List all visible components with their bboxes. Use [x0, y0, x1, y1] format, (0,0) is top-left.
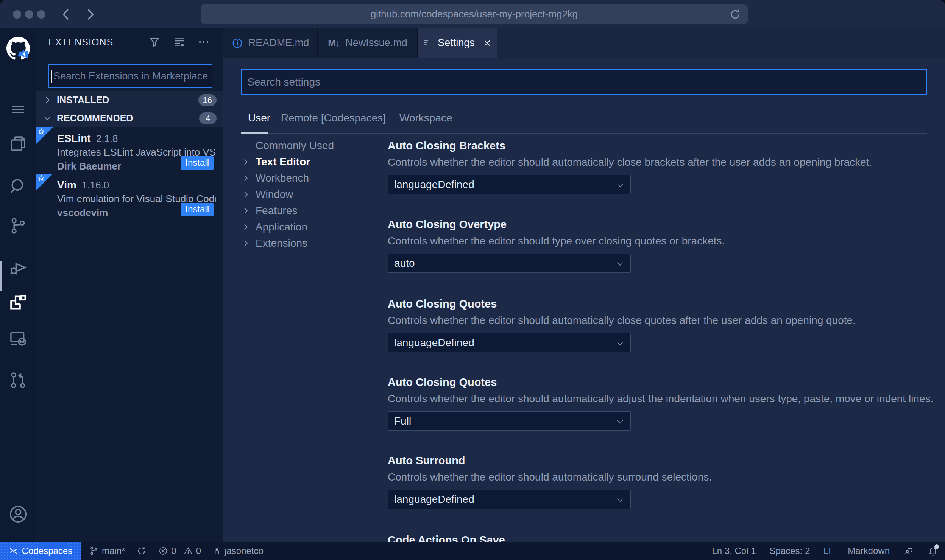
- setting-dropdown[interactable]: languageDefined: [388, 490, 631, 509]
- user-status[interactable]: jasonetco: [212, 546, 264, 556]
- cursor-position[interactable]: Ln 3, Col 1: [712, 546, 756, 556]
- warning-count: 0: [196, 546, 201, 556]
- toc-extensions[interactable]: Extensions: [241, 235, 381, 251]
- extension-item-eslint[interactable]: ESLint2.1.8 Integrates ESLint JavaScript…: [36, 127, 223, 173]
- setting-dropdown[interactable]: languageDefined: [388, 333, 631, 352]
- explorer-icon[interactable]: [0, 131, 36, 156]
- search-icon[interactable]: [0, 174, 36, 199]
- source-control-icon[interactable]: [0, 214, 36, 238]
- eol-sequence[interactable]: LF: [823, 546, 834, 556]
- activity-bar: [0, 28, 36, 542]
- section-installed[interactable]: INSTALLED 16: [36, 91, 223, 109]
- setting-dropdown[interactable]: languageDefined: [388, 175, 631, 194]
- scope-tab-workspace[interactable]: Workspace: [399, 106, 452, 130]
- tab-label: NewIssue.md: [345, 37, 407, 49]
- setting-auto-surround: Auto Surround Controls whether the edito…: [388, 454, 929, 467]
- chevron-right-icon: [241, 157, 256, 166]
- extension-name: ESLint2.1.8: [57, 132, 118, 145]
- more-actions-icon[interactable]: [195, 34, 212, 50]
- branch-name: main*: [102, 546, 125, 556]
- extension-version: 2.1.8: [96, 133, 118, 144]
- account-icon[interactable]: [0, 502, 36, 526]
- install-button[interactable]: Install: [181, 156, 214, 170]
- chevron-down-icon: [615, 259, 625, 269]
- extensions-search-input[interactable]: [49, 65, 212, 87]
- setting-dropdown[interactable]: auto: [388, 254, 631, 273]
- editor-area: README.md M↓ NewIssue.md Settings User: [223, 28, 945, 542]
- setting-description: Controls whether the editor should autom…: [388, 314, 856, 327]
- markdown-icon: M↓: [328, 38, 340, 48]
- settings-search-box[interactable]: [241, 69, 927, 95]
- feedback-icon[interactable]: [903, 546, 914, 556]
- scope-tab-user[interactable]: User: [248, 106, 270, 130]
- clear-list-icon[interactable]: [171, 34, 188, 50]
- close-icon[interactable]: [482, 38, 492, 48]
- dropdown-value: languageDefined: [394, 179, 474, 191]
- error-count: 0: [171, 546, 176, 556]
- toc-features[interactable]: Features: [241, 202, 381, 219]
- language-mode[interactable]: Markdown: [848, 546, 890, 556]
- pull-request-icon[interactable]: [0, 368, 36, 392]
- settings-list-icon: [423, 38, 432, 48]
- browser-chrome: github.com/codespaces/user-my-project-mg…: [0, 0, 945, 28]
- toc-text-editor[interactable]: Text Editor: [241, 154, 381, 170]
- active-view-indicator: [0, 261, 2, 291]
- text-caret: [51, 70, 52, 83]
- section-recommended[interactable]: RECOMMENDED 4: [36, 109, 223, 127]
- toc-window[interactable]: Window: [241, 186, 381, 202]
- extension-item-vim[interactable]: Vim1.16.0 Vim emulation for Visual Studi…: [36, 174, 223, 219]
- tab-label: README.md: [248, 37, 309, 49]
- remote-icon: [8, 546, 18, 556]
- tab-readme[interactable]: README.md: [223, 28, 318, 58]
- active-scope-underline: [241, 132, 268, 134]
- problems-status[interactable]: 0 0: [158, 546, 201, 556]
- extensions-icon[interactable]: [0, 290, 36, 314]
- url-bar[interactable]: github.com/codespaces/user-my-project-mg…: [201, 4, 748, 24]
- tab-settings[interactable]: Settings: [418, 28, 497, 58]
- toc-commonly-used[interactable]: Commonly Used: [241, 137, 381, 154]
- remote-explorer-icon[interactable]: [0, 327, 36, 351]
- extensions-search-box[interactable]: [48, 64, 212, 88]
- error-icon: [158, 546, 168, 556]
- chevron-right-icon: [241, 174, 256, 183]
- setting-auto-closing-quotes: Auto Closing Quotes Controls whether the…: [388, 297, 929, 310]
- notifications-button[interactable]: [928, 546, 938, 556]
- setting-title: Auto Closing Brackets: [388, 139, 929, 152]
- window-zoom-button[interactable]: [37, 10, 45, 19]
- tab-strip: README.md M↓ NewIssue.md Settings: [223, 28, 945, 58]
- sync-button[interactable]: [136, 546, 147, 556]
- section-label: RECOMMENDED: [57, 113, 133, 124]
- indentation[interactable]: Spaces: 2: [770, 546, 810, 556]
- scope-tab-remote[interactable]: Remote [Codespaces]: [281, 106, 386, 130]
- setting-title: Auto Surround: [388, 454, 929, 467]
- setting-title: Auto Closing Overtype: [388, 218, 929, 231]
- setting-dropdown[interactable]: Full: [388, 411, 631, 431]
- branch-status[interactable]: main*: [89, 546, 125, 556]
- person-icon: [212, 546, 221, 556]
- chevron-right-icon: [241, 190, 256, 199]
- tab-newissue[interactable]: M↓ NewIssue.md: [318, 28, 418, 58]
- window-close-button[interactable]: [13, 10, 21, 19]
- browser-window: github.com/codespaces/user-my-project-mg…: [0, 0, 945, 560]
- codespaces-remote-button[interactable]: Codespaces: [0, 542, 81, 560]
- reload-icon[interactable]: [729, 8, 742, 21]
- extension-author: Dirk Baeumer: [57, 160, 121, 172]
- dropdown-value: auto: [394, 257, 415, 269]
- settings-search-input[interactable]: [242, 70, 926, 94]
- dropdown-value: languageDefined: [394, 493, 474, 506]
- extension-author: vscodevim: [57, 207, 108, 219]
- forward-chevron-icon[interactable]: [83, 7, 98, 22]
- setting-description: Controls whether the editor should type …: [388, 235, 725, 247]
- toc-application[interactable]: Application: [241, 219, 381, 235]
- install-button[interactable]: Install: [181, 203, 214, 216]
- back-chevron-icon[interactable]: [59, 7, 74, 22]
- window-minimize-button[interactable]: [25, 10, 33, 19]
- github-codespaces-logo[interactable]: [0, 33, 36, 64]
- chevron-down-icon: [42, 113, 52, 123]
- toc-workbench[interactable]: Workbench: [241, 170, 381, 186]
- run-debug-icon[interactable]: [0, 255, 36, 280]
- chevron-down-icon: [615, 417, 625, 426]
- menu-icon[interactable]: [0, 97, 36, 121]
- extensions-sidebar: EXTENSIONS INSTALLED 16: [36, 28, 223, 542]
- filter-icon[interactable]: [146, 34, 163, 50]
